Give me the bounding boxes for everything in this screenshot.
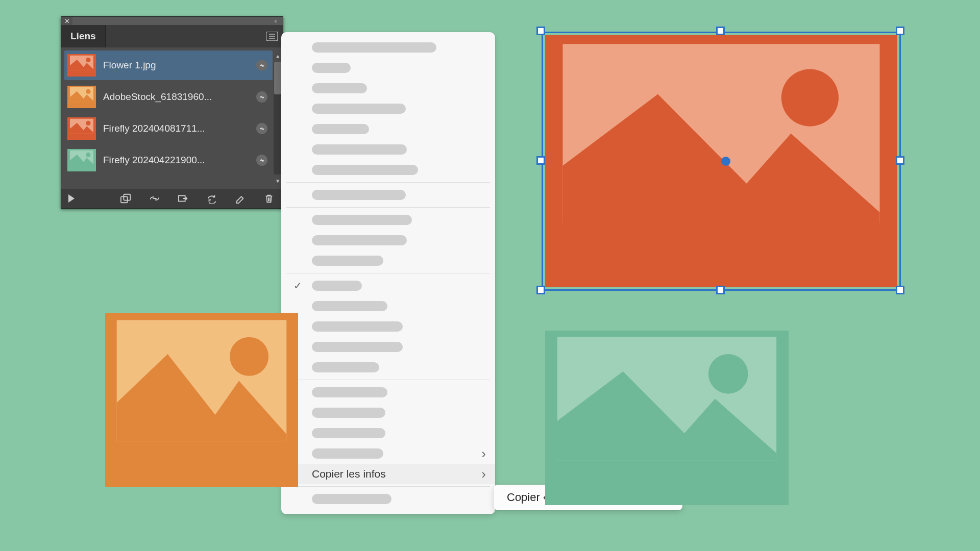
menu-item-placeholder <box>312 165 418 175</box>
menu-item[interactable] <box>281 37 495 58</box>
menu-item[interactable] <box>281 251 495 271</box>
menu-item[interactable] <box>281 316 495 337</box>
relink-cc-icon[interactable] <box>119 193 133 204</box>
scroll-up-icon[interactable]: ▴ <box>274 52 282 60</box>
menu-item-placeholder <box>312 104 406 114</box>
menu-item[interactable] <box>281 489 495 509</box>
menu-item[interactable] <box>281 403 495 423</box>
canvas-image-1[interactable] <box>105 313 298 487</box>
selection-handle[interactable] <box>896 286 904 294</box>
selection-handle[interactable] <box>896 27 904 35</box>
menu-item-placeholder <box>312 63 351 73</box>
show-info-icon[interactable] <box>68 194 75 203</box>
link-thumb <box>67 117 96 140</box>
menu-item-placeholder <box>312 362 379 372</box>
menu-separator <box>286 380 490 380</box>
svg-point-10 <box>86 89 90 94</box>
panel-menu-icon[interactable] <box>265 31 279 42</box>
update-link-icon[interactable] <box>205 193 218 204</box>
selection-handle[interactable] <box>716 286 725 294</box>
selection-handle[interactable] <box>896 156 904 165</box>
scroll-down-icon[interactable]: ▾ <box>274 177 282 185</box>
svg-point-29 <box>708 354 748 394</box>
links-panel: ✕ ‹‹ Liens Flower 1.jpg AdobeStock_61831… <box>61 16 283 209</box>
menu-item[interactable] <box>281 210 495 230</box>
menu-item-copy-info[interactable]: Copier les infos <box>281 464 495 484</box>
menu-item[interactable] <box>281 443 495 464</box>
link-thumb <box>67 149 96 171</box>
link-name: Flower 1.jpg <box>103 60 249 71</box>
menu-item-placeholder <box>312 235 407 245</box>
menu-item[interactable] <box>281 98 495 119</box>
link-row[interactable]: AdobeStock_61831960... <box>64 82 273 112</box>
menu-item-placeholder <box>312 124 369 134</box>
tab-links[interactable]: Liens <box>61 25 106 47</box>
svg-rect-30 <box>557 461 776 505</box>
scroll-track[interactable] <box>274 62 282 174</box>
link-name: AdobeStock_61831960... <box>103 91 249 103</box>
canvas-image-2[interactable] <box>545 331 789 505</box>
menu-item-placeholder <box>312 342 403 352</box>
menu-item-placeholder <box>312 321 403 332</box>
svg-point-18 <box>86 153 90 157</box>
link-row[interactable]: Flower 1.jpg <box>64 51 273 80</box>
selection-handle[interactable] <box>716 27 725 35</box>
panel-body: Flower 1.jpg AdobeStock_61831960... Fire… <box>61 47 283 189</box>
menu-item[interactable] <box>281 276 495 296</box>
svg-point-6 <box>86 58 90 62</box>
menu-item-placeholder <box>312 42 436 53</box>
panel-collapse-icon[interactable]: ‹‹ <box>267 17 283 25</box>
menu-item[interactable] <box>281 160 495 180</box>
link-badge-icon <box>256 123 267 134</box>
menu-item[interactable] <box>281 337 495 357</box>
selection-handle[interactable] <box>536 286 545 294</box>
svg-rect-19 <box>70 165 93 171</box>
menu-item[interactable] <box>281 119 495 139</box>
link-name: Firefly 202404221900... <box>103 155 249 166</box>
menu-item[interactable] <box>281 185 495 205</box>
svg-rect-11 <box>70 102 93 108</box>
edit-original-icon[interactable] <box>234 193 247 204</box>
goto-link-icon[interactable] <box>177 193 190 204</box>
menu-item[interactable] <box>281 382 495 403</box>
menu-item[interactable] <box>281 357 495 378</box>
menu-item[interactable] <box>281 423 495 443</box>
menu-item-placeholder <box>312 256 383 266</box>
link-badge-icon <box>256 60 267 71</box>
link-thumb <box>67 86 96 108</box>
menu-item-placeholder <box>312 215 412 225</box>
panel-close-icon[interactable]: ✕ <box>61 17 72 25</box>
menu-item[interactable] <box>281 78 495 98</box>
svg-rect-15 <box>70 134 93 140</box>
menu-item[interactable] <box>281 296 495 316</box>
svg-rect-26 <box>117 441 287 487</box>
menu-item-placeholder <box>312 144 407 155</box>
link-name: Firefly 202404081711... <box>103 123 249 134</box>
scroll-thumb[interactable] <box>274 62 281 94</box>
relink-icon[interactable] <box>148 193 161 204</box>
context-menu[interactable]: Copier les infos <box>281 32 495 514</box>
menu-item-placeholder <box>312 408 385 418</box>
menu-item[interactable] <box>281 139 495 160</box>
menu-separator <box>286 273 490 273</box>
selection-handle[interactable] <box>536 27 545 35</box>
link-row[interactable]: Firefly 202404221900... <box>64 145 273 175</box>
menu-item[interactable] <box>281 230 495 251</box>
menu-item-placeholder <box>312 494 391 504</box>
panel-footer <box>61 189 283 208</box>
menu-item-placeholder <box>312 448 383 459</box>
menu-item-placeholder <box>312 281 362 291</box>
delete-icon[interactable] <box>262 193 276 204</box>
panel-titlebar: ✕ ‹‹ <box>61 17 283 25</box>
link-row[interactable]: Firefly 202404081711... <box>64 114 273 143</box>
svg-point-14 <box>86 121 90 126</box>
links-list: Flower 1.jpg AdobeStock_61831960... Fire… <box>64 51 273 186</box>
svg-point-25 <box>230 337 268 376</box>
selection-center-icon <box>721 157 730 166</box>
link-thumb <box>67 54 96 77</box>
menu-item-placeholder <box>312 83 367 93</box>
menu-separator <box>286 486 490 487</box>
menu-item[interactable] <box>281 58 495 78</box>
menu-separator <box>286 182 490 183</box>
selection-handle[interactable] <box>536 156 545 165</box>
